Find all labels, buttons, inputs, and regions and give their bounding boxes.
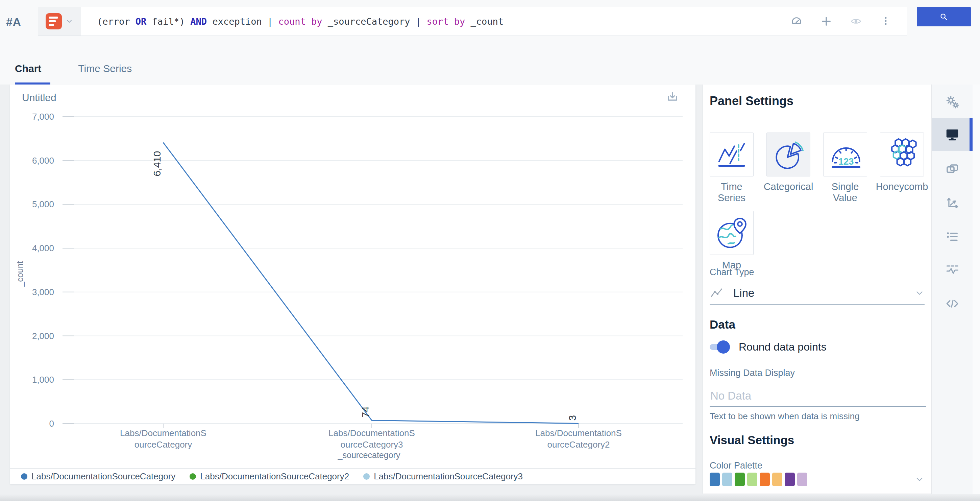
axes-icon[interactable] [932, 187, 973, 219]
legend-dot [363, 473, 370, 480]
x-axis-title: _sourcecategory [337, 450, 401, 460]
display-type-label: Honeycomb [876, 181, 928, 192]
log-source-icon [46, 13, 62, 29]
download-icon[interactable] [666, 91, 679, 104]
code-icon[interactable] [932, 288, 973, 321]
singlevalue-card-icon: 123 [828, 137, 862, 171]
gauge-icon[interactable] [791, 15, 803, 27]
categorical-card-icon [772, 137, 805, 171]
gears-icon [945, 94, 960, 110]
query-text[interactable]: (error OR fail*) AND exception | count b… [81, 16, 791, 27]
panel-settings-title: Panel Settings [710, 94, 794, 108]
line-chart-icon [710, 286, 724, 300]
display-type-card [710, 132, 754, 177]
display-type-map[interactable]: Map [710, 211, 754, 271]
tab-time-series[interactable]: Time Series [78, 44, 141, 85]
y-tick-label: 0 [49, 418, 54, 429]
layers-icon[interactable] [932, 153, 973, 186]
chart-type-value: Line [733, 287, 906, 300]
query-segment: OR [135, 16, 147, 27]
missing-data-input[interactable] [710, 385, 926, 407]
display-type-time-series[interactable]: Time Series [710, 132, 754, 204]
window-bottom-edge [0, 494, 980, 501]
waveform-icon[interactable] [932, 254, 973, 286]
legend-item[interactable]: Labs/DocumentationSourceCategory2 [189, 471, 349, 482]
data-point-label: 6,410 [151, 151, 162, 176]
palette-swatches [710, 472, 915, 486]
y-tick-label: 5,000 [32, 199, 54, 209]
search-button[interactable] [917, 7, 971, 26]
log-source-selector[interactable] [38, 7, 81, 35]
query-segment: _sourceCategory [322, 16, 416, 27]
timeseries-card-icon [715, 137, 749, 171]
chevron-down-icon [915, 474, 924, 484]
monitor-icon[interactable] [932, 118, 973, 151]
display-type-label: Single Value [823, 181, 867, 204]
search-icon [939, 12, 949, 22]
palette-swatch [785, 472, 795, 486]
y-tick-label: 6,000 [32, 155, 54, 166]
legend-dot [21, 473, 27, 480]
chart-panel: 01,0002,0003,0004,0005,0006,0007,000_cou… [10, 85, 695, 484]
waveform-icon [945, 262, 960, 278]
list-icon[interactable] [932, 221, 973, 253]
display-type-single-value[interactable]: 123Single Value [823, 132, 867, 204]
display-type-label: Categorical [764, 181, 813, 192]
x-category-label: Labs/DocumentationSourceCategory3 [328, 428, 415, 450]
x-category-label: Labs/DocumentationSourceCategory2 [535, 428, 622, 450]
legend-label: Labs/DocumentationSourceCategory2 [200, 471, 349, 482]
y-tick-label: 3,000 [32, 287, 54, 297]
round-data-points-toggle[interactable]: Round data points [710, 341, 827, 353]
tab-chart[interactable]: Chart [15, 44, 50, 85]
kebab-icon[interactable] [880, 15, 892, 27]
query-segment: count by [278, 16, 322, 27]
x-category-label: Labs/DocumentationSourceCategory [120, 428, 207, 450]
display-type-grid: Time SeriesCategorical123Single ValueHon… [710, 132, 929, 271]
chart-legend: Labs/DocumentationSourceCategoryLabs/Doc… [10, 468, 695, 484]
legend-dot [189, 473, 196, 480]
palette-swatch [710, 472, 720, 486]
missing-data-label: Missing Data Display [710, 368, 795, 378]
right-toolbar [931, 85, 972, 501]
query-segment: fail*) [146, 16, 190, 27]
y-tick-label: 1,000 [32, 375, 54, 385]
panel-settings-sidebar: Panel Settings Time SeriesCategorical123… [703, 85, 931, 493]
axes-icon [945, 195, 960, 211]
palette-swatch [760, 472, 770, 486]
legend-item[interactable]: Labs/DocumentationSourceCategory [21, 471, 175, 482]
query-segment: _count [465, 16, 504, 27]
legend-item[interactable]: Labs/DocumentationSourceCategory3 [363, 471, 523, 482]
panel-letter-label: #A [6, 0, 21, 44]
display-type-categorical[interactable]: Categorical [767, 132, 810, 204]
palette-swatch [722, 472, 732, 486]
chart-type-select[interactable]: Line [710, 282, 924, 305]
monitor-icon [945, 127, 960, 142]
color-palette-select[interactable] [710, 472, 924, 486]
top-query-bar: #A (error OR fail*) AND exception | coun… [0, 0, 980, 44]
chart-type-label: Chart Type [710, 267, 754, 278]
chevron-down-icon [915, 288, 924, 298]
list-icon [945, 229, 960, 245]
query-segment: exception [207, 16, 267, 27]
y-axis-title: _count [15, 261, 25, 287]
display-type-honeycomb[interactable]: Honeycomb [880, 132, 924, 204]
query-segment: sort by [426, 16, 465, 27]
eye-icon[interactable] [850, 15, 862, 27]
palette-swatch [747, 472, 757, 486]
display-type-label: Time Series [710, 181, 754, 204]
toggle-switch[interactable] [710, 344, 729, 350]
plus-icon[interactable] [820, 15, 832, 27]
gears-icon[interactable] [932, 86, 973, 118]
color-palette-label: Color Palette [710, 460, 762, 471]
legend-label: Labs/DocumentationSourceCategory [32, 471, 175, 482]
display-type-card [767, 132, 810, 177]
round-data-points-label: Round data points [739, 341, 827, 353]
palette-swatch [797, 472, 807, 486]
line-chart: 01,0002,0003,0004,0005,0006,0007,000_cou… [10, 85, 695, 468]
display-type-card [710, 211, 754, 255]
query-input[interactable]: (error OR fail*) AND exception | count b… [38, 7, 907, 36]
map-card-icon [715, 216, 749, 250]
y-tick-label: 4,000 [32, 243, 54, 253]
toolbar-gutter [972, 85, 980, 501]
display-type-card [880, 132, 924, 177]
